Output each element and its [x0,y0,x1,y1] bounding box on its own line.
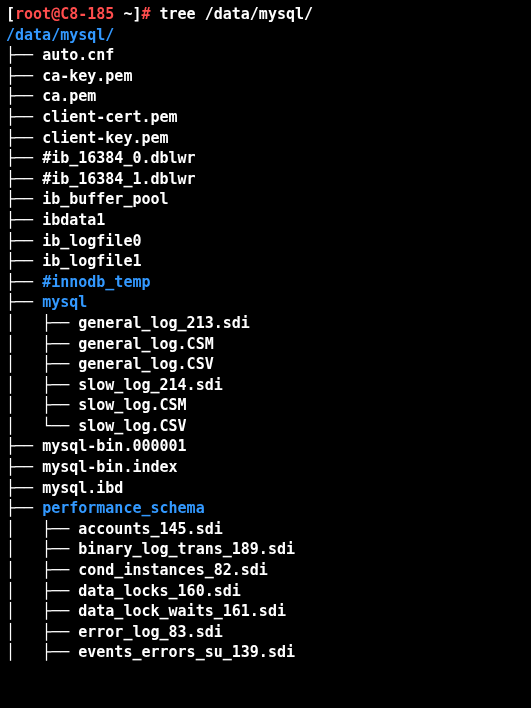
tree-branch: ├── [6,67,42,85]
tree-entry: #ib_16384_0.dblwr [42,149,196,167]
tree-entry: ib_logfile1 [42,252,141,270]
tree-branch: │ ├── [6,335,78,353]
prompt-hash: # [141,5,159,23]
command-text: tree /data/mysql/ [160,5,314,23]
tree-entry: #ib_16384_1.dblwr [42,170,196,188]
tree-entry: general_log.CSM [78,335,213,353]
tree-entry: slow_log_214.sdi [78,376,223,394]
tree-entry: data_lock_waits_161.sdi [78,602,286,620]
tree-entry: general_log.CSV [78,355,213,373]
tree-entry: mysql-bin.000001 [42,437,187,455]
tree-branch: │ ├── [6,602,78,620]
tree-branch: ├── [6,499,42,517]
terminal-output: [root@C8-185 ~]# tree /data/mysql/ /data… [0,0,531,708]
tree-branch: │ ├── [6,376,78,394]
tree-branch: ├── [6,232,42,250]
tree-branch: │ ├── [6,623,78,641]
tree-entry: ca.pem [42,87,96,105]
tree-branch: ├── [6,458,42,476]
tree-branch: │ ├── [6,643,78,661]
tree-entry: performance_schema [42,499,205,517]
tree-entry: ib_logfile0 [42,232,141,250]
tree-entry: accounts_145.sdi [78,520,223,538]
tree-branch: ├── [6,293,42,311]
tree-branch: ├── [6,170,42,188]
user-host: root@C8-185 [15,5,114,23]
tree-entry: data_locks_160.sdi [78,582,241,600]
tree-entry: mysql.ibd [42,479,123,497]
tree-branch: │ ├── [6,540,78,558]
tree-branch: │ └── [6,417,78,435]
tree-branch: │ ├── [6,582,78,600]
tree-branch: ├── [6,108,42,126]
tree-entry: general_log_213.sdi [78,314,250,332]
tree-branch: │ ├── [6,396,78,414]
tree-entry: slow_log.CSM [78,396,186,414]
tree-branch: ├── [6,190,42,208]
tree-entry: client-key.pem [42,129,168,147]
tree-branch: ├── [6,149,42,167]
tree-branch: ├── [6,87,42,105]
tree-branch: ├── [6,211,42,229]
tree-entry: ca-key.pem [42,67,132,85]
tree-branch: ├── [6,273,42,291]
tree-entry: mysql-bin.index [42,458,177,476]
tree-entry: slow_log.CSV [78,417,186,435]
tree-entry: auto.cnf [42,46,114,64]
tree-branch: ├── [6,479,42,497]
tree-branch: │ ├── [6,355,78,373]
prompt-line: [root@C8-185 ~]# tree /data/mysql/ [6,5,313,23]
tree-entry: error_log_83.sdi [78,623,223,641]
tree-entry: events_errors_su_139.sdi [78,643,295,661]
tree-body: ├── auto.cnf ├── ca-key.pem ├── ca.pem ├… [6,46,295,661]
tree-entry: #innodb_temp [42,273,150,291]
tree-branch: ├── [6,252,42,270]
root-path: /data/mysql/ [6,26,114,44]
tree-branch: │ ├── [6,561,78,579]
tree-entry: cond_instances_82.sdi [78,561,268,579]
tree-branch: ├── [6,46,42,64]
tree-entry: binary_log_trans_189.sdi [78,540,295,558]
tree-branch: │ ├── [6,520,78,538]
tree-entry: mysql [42,293,87,311]
tree-entry: ib_buffer_pool [42,190,168,208]
tree-branch: │ ├── [6,314,78,332]
tree-branch: ├── [6,437,42,455]
bracket-open: [ [6,5,15,23]
tree-branch: ├── [6,129,42,147]
tree-entry: ibdata1 [42,211,105,229]
tree-entry: client-cert.pem [42,108,177,126]
